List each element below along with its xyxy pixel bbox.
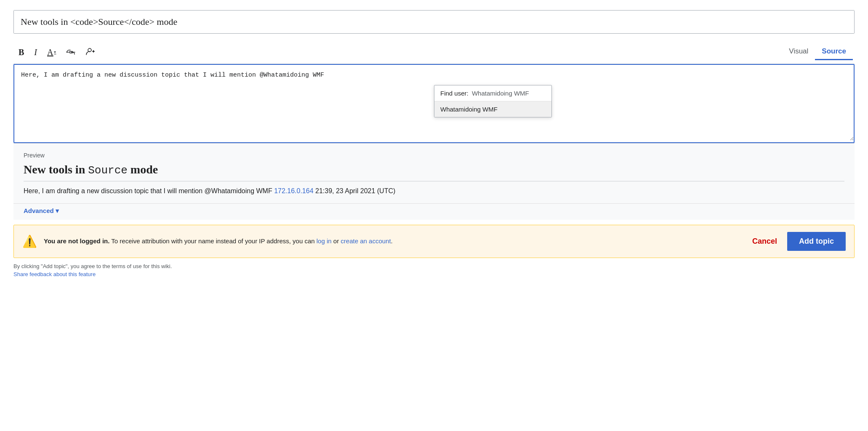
preview-divider <box>24 181 844 181</box>
italic-button[interactable]: I <box>31 46 40 58</box>
footer-terms: By clicking "Add topic", you agree to th… <box>13 263 855 269</box>
underline-label: A <box>47 48 53 56</box>
preview-title: New tools in Source mode <box>24 163 844 177</box>
autocomplete-result-item[interactable]: Whatamidoing WMF <box>434 101 551 117</box>
underline-dropdown-button[interactable]: A ▾ <box>44 46 59 58</box>
preview-title-suffix: mode <box>128 163 158 176</box>
autocomplete-search-label: Find user: Whatamidoing WMF <box>434 85 551 101</box>
preview-ip-link[interactable]: 172.16.0.164 <box>274 187 313 194</box>
advanced-button[interactable]: Advanced ▾ <box>24 207 59 215</box>
preview-content-text: Here, I am drafting a new discussion top… <box>24 187 274 194</box>
advanced-label: Advanced <box>24 207 54 214</box>
preview-label: Preview <box>24 152 844 159</box>
preview-title-text: New tools in <box>24 163 88 176</box>
toolbar: B I A ▾ Visual Source <box>13 40 855 64</box>
preview-content: Here, I am drafting a new discussion top… <box>24 186 844 197</box>
source-mode-button[interactable]: Source <box>815 44 853 60</box>
title-input[interactable] <box>14 11 854 33</box>
create-account-link[interactable]: create an account <box>341 237 391 245</box>
link-icon <box>66 49 75 55</box>
visual-mode-button[interactable]: Visual <box>782 44 815 60</box>
autocomplete-dropdown: Find user: Whatamidoing WMF Whatamidoing… <box>434 85 552 117</box>
toolbar-left: B I A ▾ <box>15 45 782 59</box>
mention-icon <box>85 47 95 56</box>
warning-end-text: . <box>391 237 393 245</box>
title-input-wrapper <box>13 10 855 34</box>
cancel-button[interactable]: Cancel <box>747 234 782 249</box>
warning-bold-text: You are not logged in. <box>44 237 109 245</box>
warning-or-text: or <box>332 237 341 245</box>
warning-normal-text: To receive attribution with your name in… <box>109 237 316 245</box>
preview-section: Preview New tools in Source mode Here, I… <box>13 143 855 203</box>
warning-banner: ⚠️ You are not logged in. To receive att… <box>13 225 855 258</box>
underline-chevron-icon: ▾ <box>54 50 56 54</box>
advanced-row: Advanced ▾ <box>13 203 855 220</box>
add-topic-button[interactable]: Add topic <box>787 232 846 251</box>
find-user-label: Find user: <box>440 90 469 97</box>
toolbar-right: Visual Source <box>782 44 853 60</box>
autocomplete-search-value: Whatamidoing WMF <box>472 90 529 97</box>
bold-button[interactable]: B <box>15 46 27 58</box>
warning-text: You are not logged in. To receive attrib… <box>44 237 740 246</box>
warning-icon: ⚠️ <box>22 234 37 248</box>
login-link[interactable]: log in <box>317 237 332 245</box>
preview-title-code: Source <box>88 164 128 177</box>
action-buttons: Cancel Add topic <box>747 232 846 251</box>
link-button[interactable] <box>63 46 79 58</box>
advanced-chevron-icon: ▾ <box>56 207 59 215</box>
editor-area-wrapper: Here, I am drafting a new discussion top… <box>13 64 855 143</box>
mention-button[interactable] <box>82 45 98 59</box>
preview-timestamp: 21:39, 23 April 2021 (UTC) <box>314 187 396 194</box>
feedback-link[interactable]: Share feedback about this feature <box>13 271 96 277</box>
